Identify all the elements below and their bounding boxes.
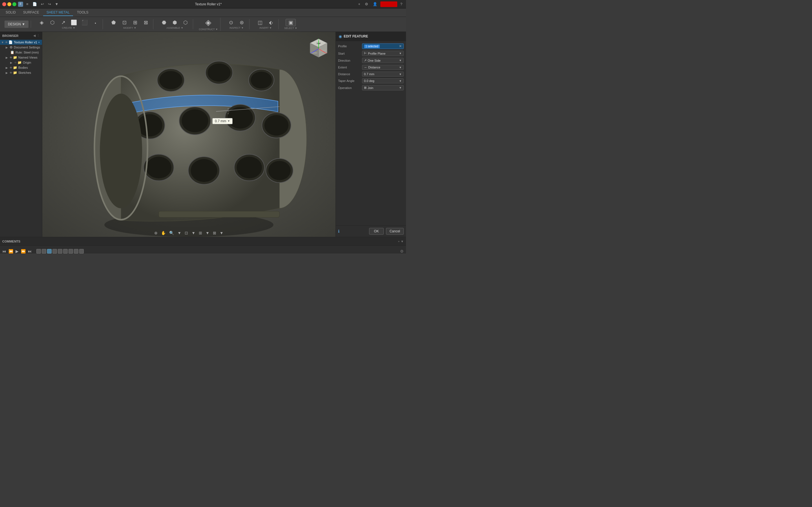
tree-item-docsettings[interactable]: ▶ ⚙ Document Settings <box>0 45 42 50</box>
design-button[interactable]: DESIGN ▼ <box>4 20 29 28</box>
dimension-label[interactable]: 0.7 mm ▼ <box>212 118 233 124</box>
timeline-marker-7[interactable] <box>68 249 73 253</box>
timeline-marker-4[interactable] <box>52 249 57 253</box>
timeline-marker-1[interactable] <box>36 249 41 253</box>
tree-item-origin[interactable]: ▶ 👁 📁 Origin <box>0 60 42 65</box>
tool-create-5[interactable]: ⬛ <box>80 19 90 26</box>
timeline-marker-2[interactable] <box>42 249 46 253</box>
timeline-marker-8[interactable] <box>74 249 79 253</box>
viewport[interactable]: 0.7 mm ▼ TOP FRONT RIGHT <box>42 32 336 237</box>
tab-surface[interactable]: SURFACE <box>20 9 43 16</box>
close-window-button[interactable] <box>2 2 6 6</box>
extent-dropdown[interactable]: ▼ <box>399 66 402 69</box>
timeline-marker-5[interactable] <box>58 249 62 253</box>
tool-assemble-2[interactable]: ⬢ <box>170 19 180 26</box>
menu-button[interactable]: ≡ <box>25 1 30 7</box>
timeline-marker-6[interactable] <box>63 249 68 253</box>
direction-dropdown[interactable]: ▼ <box>399 59 402 62</box>
more-button[interactable]: ▼ <box>54 1 60 7</box>
tool-assemble-3[interactable]: ⬡ <box>181 19 191 26</box>
field-value-extent[interactable]: ↔ Distance ▼ <box>362 65 404 70</box>
vp-grid-button[interactable]: ⊞ <box>198 230 203 236</box>
tool-create-4[interactable]: ⬜ <box>69 19 79 26</box>
tool-insert-2[interactable]: ⬖ <box>266 19 276 26</box>
vp-display-button[interactable]: ⊡ <box>184 230 189 236</box>
tab-solid[interactable]: SOLID <box>2 9 19 16</box>
tool-insert-1[interactable]: ◫ <box>255 19 265 26</box>
tree-item-rule[interactable]: 📋 Rule: Steel (mm) <box>0 50 42 55</box>
tree-toggle-sketches[interactable]: ▶ <box>6 71 9 74</box>
timeline-settings-button[interactable]: ⚙ <box>400 249 404 253</box>
vp-home-button[interactable]: ⊕ <box>153 230 159 236</box>
undo-button[interactable]: ↩ <box>40 1 45 7</box>
distance-dropdown[interactable]: ▼ <box>399 73 402 76</box>
timeline-start-button[interactable]: ⏮ <box>2 249 6 253</box>
vp-zoom-dropdown[interactable]: ▼ <box>176 230 183 236</box>
maximize-window-button[interactable] <box>12 2 16 6</box>
account-button[interactable]: 👤 <box>371 1 378 7</box>
tool-modify-4[interactable]: ⊠ <box>141 19 151 26</box>
tree-item-root[interactable]: ▼ 👁 📄 Texture Roller v1 ● <box>0 40 42 45</box>
profile-clear-button[interactable]: ✕ <box>399 44 402 48</box>
vp-pan-button[interactable]: ✋ <box>160 230 167 236</box>
browser-more-button[interactable]: ⋮ <box>37 34 40 38</box>
tree-item-bodies[interactable]: ▶ 👁 📁 Bodies <box>0 65 42 70</box>
tool-inspect-2[interactable]: ⊛ <box>237 19 247 26</box>
comments-add-button[interactable]: + <box>398 240 400 243</box>
timeline-marker-9[interactable] <box>79 249 84 253</box>
minimize-window-button[interactable] <box>7 2 11 6</box>
timeline-next-button[interactable]: ⏩ <box>21 249 26 253</box>
eye-icon-origin[interactable]: 👁 <box>14 61 17 64</box>
cancel-button[interactable]: Cancel <box>386 228 404 235</box>
ok-button[interactable]: OK <box>369 228 384 235</box>
tree-toggle-root[interactable]: ▼ <box>1 41 4 44</box>
tool-modify-1[interactable]: ⬟ <box>109 19 119 26</box>
timeline-marker-3[interactable] <box>47 249 52 253</box>
vp-display-dropdown[interactable]: ▼ <box>190 230 197 236</box>
dimension-dropdown[interactable]: ▼ <box>227 119 230 122</box>
tree-toggle-docsettings[interactable]: ▶ <box>6 46 9 49</box>
browser-collapse-button[interactable]: ◀ <box>33 34 36 38</box>
field-value-start[interactable]: ⊢ Profile Plane ▼ <box>362 51 404 56</box>
tree-toggle-bodies[interactable]: ▶ <box>6 66 9 69</box>
field-value-direction[interactable]: ↗ One Side ▼ <box>362 58 404 63</box>
tree-item-sketches[interactable]: ▶ 👁 📁 Sketches <box>0 70 42 75</box>
tool-modify-2[interactable]: ⊡ <box>119 19 130 26</box>
file-button[interactable]: 📄 <box>31 1 38 7</box>
help-button[interactable]: ? <box>399 1 404 7</box>
eye-icon-namedviews[interactable]: 👁 <box>10 56 12 59</box>
tool-create-3[interactable]: ↗ <box>58 19 68 26</box>
field-value-profile[interactable]: 1 selected ✕ <box>362 43 404 49</box>
field-value-operation[interactable]: ⊞ Join ▼ <box>362 85 404 91</box>
field-value-taper[interactable]: 0.0 deg ▼ <box>362 78 404 83</box>
nav-cube[interactable]: TOP FRONT RIGHT Y X Z <box>307 38 330 60</box>
eye-icon-bodies[interactable]: 👁 <box>10 66 12 69</box>
eye-icon-sketches[interactable]: 👁 <box>10 71 12 74</box>
start-dropdown[interactable]: ▼ <box>399 52 402 55</box>
taper-dropdown[interactable]: ▼ <box>399 79 402 82</box>
tab-sheet-metal[interactable]: SHEET METAL <box>43 9 73 16</box>
tool-select-1[interactable]: ▣ <box>286 19 296 26</box>
vp-env-button[interactable]: ⊠ <box>212 230 217 236</box>
tool-create-1[interactable]: ◈ <box>37 19 47 26</box>
vp-zoom-button[interactable]: 🔍 <box>168 230 175 236</box>
tool-modify-3[interactable]: ⊞ <box>130 19 140 26</box>
tool-construct-1[interactable]: ◈ <box>203 18 213 27</box>
tree-item-namedviews[interactable]: ▶ 👁 📁 Named Views <box>0 55 42 60</box>
vp-grid-dropdown[interactable]: ▼ <box>204 230 211 236</box>
tool-inspect-1[interactable]: ⊙ <box>226 19 236 26</box>
comments-collapse-button[interactable]: ▼ <box>401 240 404 243</box>
redo-button[interactable]: ↪ <box>47 1 52 7</box>
timeline-prev-button[interactable]: ⏪ <box>8 249 13 253</box>
field-value-distance[interactable]: 0.7 mm ▼ <box>362 71 404 76</box>
info-icon[interactable]: ℹ <box>338 229 340 233</box>
tree-toggle-namedviews[interactable]: ▶ <box>6 56 9 59</box>
tree-toggle-origin[interactable]: ▶ <box>10 61 13 64</box>
tab-tools[interactable]: TOOLS <box>73 9 92 16</box>
settings-button[interactable]: ⚙ <box>363 1 370 7</box>
operation-dropdown[interactable]: ▼ <box>399 86 402 89</box>
tool-assemble-1[interactable]: ⬣ <box>159 19 169 26</box>
tool-create-2[interactable]: ⬡ <box>47 19 57 26</box>
tool-create-6[interactable]: ⬩ <box>90 19 100 26</box>
timeline-end-button[interactable]: ⏭ <box>28 249 32 253</box>
